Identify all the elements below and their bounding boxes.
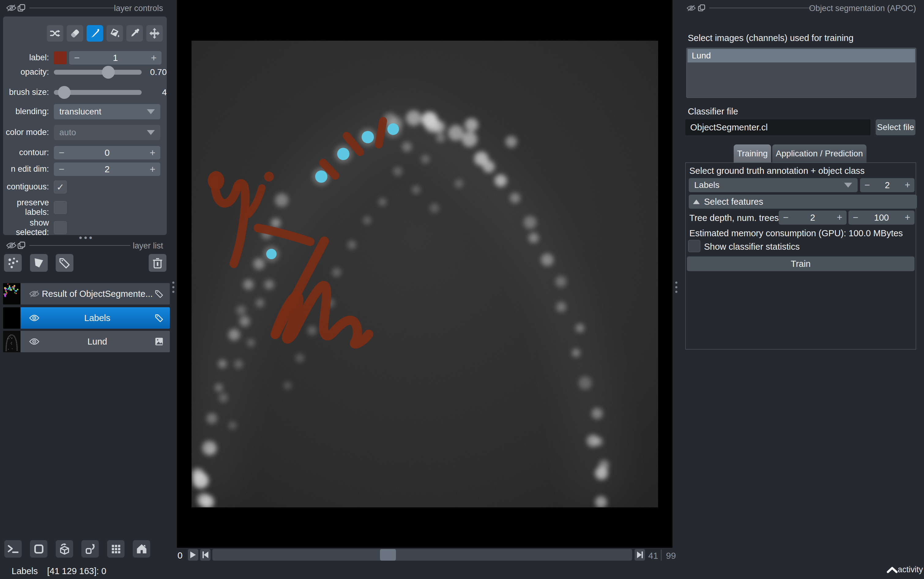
console-button[interactable] (4, 540, 22, 558)
contour-increment[interactable]: + (150, 148, 155, 158)
roll-dimensions-button[interactable] (56, 540, 73, 558)
label-value[interactable]: 1 (113, 52, 118, 63)
classifier-file-input[interactable]: ObjectSegmenter.cl (686, 119, 870, 135)
tree-depth-increment[interactable]: + (837, 212, 842, 223)
annotation-value: Labels (694, 180, 720, 190)
layer-list-hide-button[interactable] (6, 241, 16, 250)
layer-row-body[interactable]: Lund (21, 331, 170, 352)
select-features-expander[interactable]: Select features (689, 195, 917, 209)
num-trees-increment[interactable]: + (905, 212, 910, 223)
viewer-canvas[interactable] (177, 0, 673, 548)
eraser-button[interactable] (67, 25, 83, 42)
object-class-decrement[interactable]: − (864, 180, 870, 191)
layer-list-float-button[interactable] (17, 241, 26, 250)
contiguous-checkbox[interactable]: ✓ (54, 181, 67, 193)
activity-toggle[interactable]: activity (886, 565, 923, 574)
tag-icon (59, 257, 71, 269)
grid-view-button[interactable] (107, 540, 124, 558)
visibility-off-icon[interactable] (28, 290, 40, 298)
plugin-hide-button[interactable] (687, 4, 696, 12)
paintbrush-button[interactable] (87, 25, 103, 42)
tab-training[interactable]: Training (734, 144, 771, 163)
tree-depth-decrement[interactable]: − (783, 212, 789, 223)
delete-layer-button[interactable] (149, 254, 167, 272)
train-button[interactable]: Train (687, 257, 914, 271)
brush-size-slider[interactable] (54, 90, 142, 95)
tab-application-prediction[interactable]: Application / Prediction (772, 144, 867, 163)
select-file-button[interactable]: Select file (876, 119, 916, 135)
visibility-on-icon[interactable] (28, 314, 40, 322)
opacity-slider[interactable] (54, 70, 142, 75)
float-panel-icon (17, 241, 26, 250)
training-images-listbox[interactable]: Lund (686, 48, 916, 98)
layer-row-lund[interactable]: Lund (3, 331, 170, 352)
transpose-dimensions-button[interactable] (82, 540, 99, 558)
skip-to-end-button[interactable] (635, 549, 645, 561)
annotation-dropdown[interactable]: Labels (689, 178, 858, 192)
chevron-down-icon (147, 109, 155, 114)
n-edit-dim-increment[interactable]: + (150, 164, 155, 174)
memory-estimate-label: Estimated memory consumption (GPU): 100.… (689, 228, 903, 239)
image-layer-type-icon (155, 337, 164, 346)
brush-size-row: brush size: 4 (3, 86, 167, 99)
color-picker-button[interactable] (126, 25, 143, 42)
pan-zoom-button[interactable] (146, 25, 163, 42)
label-color-swatch[interactable] (54, 51, 67, 64)
dock-resize-handle-left[interactable] (171, 281, 175, 300)
object-class-spinbox[interactable]: − 2 + (860, 178, 914, 192)
contour-caption: contour: (3, 148, 49, 157)
object-class-increment[interactable]: + (905, 180, 910, 191)
show-classifier-statistics-checkbox[interactable] (688, 240, 700, 252)
n-edit-dim-value: 2 (104, 164, 110, 175)
frame-slider[interactable] (212, 549, 632, 561)
layer-row-body[interactable]: Result of ObjectSegmente... (21, 283, 170, 304)
skip-to-start-button[interactable] (200, 549, 211, 561)
panel-splitter-handle[interactable]: ••• (79, 232, 94, 243)
tree-depth-value: 2 (810, 213, 815, 223)
home-reset-view-button[interactable] (133, 540, 150, 558)
brush-size-value: 4 (162, 88, 167, 97)
contour-decrement[interactable]: − (59, 148, 65, 158)
list-item-lund[interactable]: Lund (687, 49, 915, 62)
layer-row-labels[interactable]: Labels (3, 307, 170, 329)
opacity-slider-handle[interactable] (102, 66, 115, 79)
num-trees-decrement[interactable]: − (853, 212, 858, 223)
new-shapes-layer-button[interactable] (30, 254, 48, 272)
dock-resize-handle-right[interactable] (674, 281, 678, 300)
new-labels-layer-button[interactable] (56, 254, 73, 272)
layer-controls-float-button[interactable] (17, 4, 26, 12)
current-frame: 41 (646, 551, 660, 561)
layer-name: Result of ObjectSegmente... (40, 289, 155, 299)
contour-spinbox[interactable]: − 0 + (54, 146, 160, 159)
plugin-float-button[interactable] (697, 4, 705, 12)
label-spinbox[interactable]: − 1 + (69, 51, 162, 65)
shuffle-colors-button[interactable] (47, 25, 63, 42)
num-trees-spinbox[interactable]: − 100 + (849, 211, 914, 225)
grid-icon (111, 543, 121, 554)
tree-depth-spinbox[interactable]: − 2 + (779, 211, 847, 225)
toggle-2d-3d-button[interactable] (30, 540, 47, 558)
brush-size-slider-handle[interactable] (58, 86, 71, 99)
cube-rotate-icon (59, 543, 71, 555)
new-points-layer-button[interactable] (4, 254, 22, 272)
play-button[interactable] (188, 549, 198, 561)
show-selected-checkbox[interactable] (54, 221, 67, 234)
label-increment[interactable]: + (151, 53, 157, 63)
n-edit-dim-spinbox[interactable]: − 2 + (54, 162, 160, 176)
n-edit-dim-decrement[interactable]: − (59, 164, 65, 174)
label-decrement[interactable]: − (74, 53, 80, 63)
blending-dropdown[interactable]: translucent (54, 104, 160, 119)
color-mode-dropdown[interactable]: auto (54, 125, 160, 140)
frame-slider-handle[interactable] (380, 549, 396, 561)
layer-controls-hide-button[interactable] (6, 4, 16, 12)
visibility-on-icon[interactable] (28, 337, 40, 346)
preserve-labels-checkbox[interactable] (54, 201, 67, 214)
chevron-up-icon (886, 566, 898, 574)
layer-row-result[interactable]: Result of ObjectSegmente... (3, 283, 170, 304)
points-icon (7, 257, 19, 269)
fill-bucket-button[interactable] (106, 25, 123, 42)
layer-thumbnail (3, 331, 21, 352)
ground-truth-label: Select ground truth annotation + object … (689, 166, 865, 176)
layer-row-body[interactable]: Labels (21, 307, 170, 329)
status-active-layer: Labels (11, 566, 38, 576)
